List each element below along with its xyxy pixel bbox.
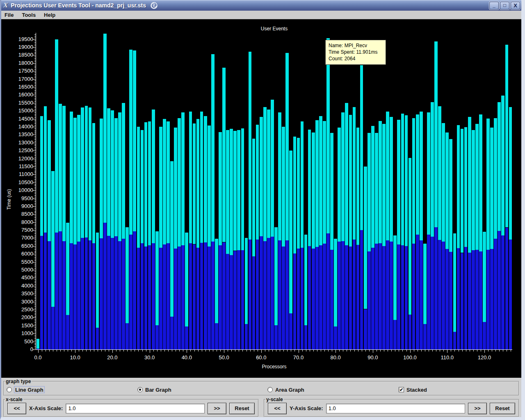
- plot-region[interactable]: [36, 33, 512, 349]
- bar-segment-blue[interactable]: [241, 250, 244, 349]
- bar-segment-blue[interactable]: [40, 236, 43, 349]
- bar-segment-cyan[interactable]: [371, 126, 374, 248]
- bar-segment-blue[interactable]: [356, 245, 360, 349]
- bar-segment-blue[interactable]: [445, 249, 449, 349]
- bar-segment-cyan[interactable]: [498, 102, 501, 231]
- bar-segment-cyan[interactable]: [345, 103, 348, 246]
- bar-segment-cyan[interactable]: [215, 239, 218, 323]
- bar-segment-blue[interactable]: [434, 227, 438, 349]
- bar-segment-cyan[interactable]: [453, 233, 457, 332]
- x-scale-increase-button[interactable]: >>: [208, 403, 226, 414]
- bar-segment-blue[interactable]: [196, 248, 200, 349]
- bar-segment-cyan[interactable]: [267, 110, 270, 238]
- bar-segment-cyan[interactable]: [137, 127, 140, 248]
- bar-segment-cyan[interactable]: [416, 114, 419, 235]
- bar-segment-blue[interactable]: [293, 253, 297, 349]
- bar-segment-blue[interactable]: [349, 247, 352, 349]
- bar-segment-blue[interactable]: [193, 244, 196, 349]
- bar-segment-blue[interactable]: [181, 245, 185, 349]
- bar-segment-cyan[interactable]: [386, 112, 389, 240]
- bar-segment-cyan[interactable]: [420, 112, 423, 240]
- bar-segment-cyan[interactable]: [341, 112, 345, 241]
- bar-segment-blue[interactable]: [204, 242, 207, 350]
- bar-segment-cyan[interactable]: [353, 107, 356, 240]
- bar-segment-cyan[interactable]: [148, 121, 151, 246]
- bar-segment-cyan[interactable]: [111, 110, 114, 238]
- bar-segment-blue[interactable]: [85, 237, 88, 349]
- bar-segment-blue[interactable]: [107, 236, 110, 349]
- bar-segment-blue[interactable]: [301, 248, 304, 349]
- bar-segment-blue[interactable]: [114, 236, 118, 349]
- bar-segment-blue[interactable]: [509, 240, 512, 349]
- bar-segment-blue[interactable]: [219, 245, 222, 349]
- bar-segment-cyan[interactable]: [483, 232, 486, 322]
- bar-segment-cyan[interactable]: [468, 117, 471, 253]
- bar-segment-blue[interactable]: [464, 247, 468, 349]
- bar-segment-cyan[interactable]: [397, 120, 400, 244]
- bar-segment-cyan[interactable]: [494, 118, 497, 239]
- bar-segment-cyan[interactable]: [174, 128, 177, 249]
- bar-segment-blue[interactable]: [92, 243, 96, 349]
- bar-segment-blue[interactable]: [312, 249, 315, 349]
- bar-segment-cyan[interactable]: [114, 118, 118, 236]
- bar-segment-cyan[interactable]: [103, 34, 107, 223]
- bar-segment-cyan[interactable]: [364, 167, 367, 309]
- bar-segment-cyan[interactable]: [129, 50, 132, 235]
- bar-segment-cyan[interactable]: [185, 233, 188, 326]
- x-scale-reset-button[interactable]: Reset: [229, 403, 255, 414]
- bar-segment-cyan[interactable]: [461, 129, 464, 253]
- bar-segment-cyan[interactable]: [434, 41, 438, 227]
- bar-segment-cyan[interactable]: [92, 123, 96, 243]
- bar-segment-blue[interactable]: [498, 231, 501, 349]
- bar-segment-blue[interactable]: [73, 244, 77, 349]
- bar-segment-cyan[interactable]: [274, 227, 278, 325]
- bar-segment-cyan[interactable]: [464, 127, 468, 247]
- bar-segment-cyan[interactable]: [59, 104, 62, 231]
- bar-segment-cyan[interactable]: [193, 123, 196, 244]
- bar-segment-blue[interactable]: [368, 251, 371, 349]
- bar-segment-blue[interactable]: [245, 324, 248, 349]
- y-scale-decrease-button[interactable]: <<: [268, 403, 287, 414]
- stacked-checkbox-icon[interactable]: ✔: [399, 387, 404, 393]
- bar-segment-cyan[interactable]: [382, 124, 386, 246]
- bar-segment-cyan[interactable]: [393, 235, 397, 320]
- bar-segment-blue[interactable]: [70, 243, 73, 349]
- bar-segment-cyan[interactable]: [356, 128, 360, 245]
- bar-segment-blue[interactable]: [62, 241, 66, 349]
- bar-segment-blue[interactable]: [338, 242, 341, 349]
- bar-segment-blue[interactable]: [77, 242, 80, 349]
- bar-segment-blue[interactable]: [126, 323, 129, 349]
- menu-help[interactable]: Help: [44, 12, 55, 18]
- bar-segment-blue[interactable]: [397, 244, 400, 349]
- bar-segment-cyan[interactable]: [163, 119, 166, 244]
- bar-segment-cyan[interactable]: [96, 233, 99, 328]
- bar-segment-blue[interactable]: [323, 244, 326, 349]
- bar-segment-blue[interactable]: [267, 238, 270, 349]
- bar-segment-cyan[interactable]: [55, 39, 58, 233]
- bar-segment-cyan[interactable]: [285, 53, 289, 240]
- bar-segment-blue[interactable]: [412, 244, 415, 349]
- bar-segment-cyan[interactable]: [490, 128, 493, 249]
- bar-segment-cyan[interactable]: [222, 68, 226, 242]
- bar-segment-blue[interactable]: [282, 247, 285, 349]
- bar-segment-cyan[interactable]: [509, 107, 512, 240]
- bar-segment-cyan[interactable]: [431, 102, 434, 237]
- bar-segment-cyan[interactable]: [271, 100, 274, 237]
- bar-segment-blue[interactable]: [44, 233, 47, 349]
- bar-segment-blue[interactable]: [345, 245, 348, 349]
- bar-segment-blue[interactable]: [442, 242, 445, 349]
- chart-canvas[interactable]: User Events Time (us) Processors Name: M…: [1, 19, 521, 378]
- bar-segment-cyan[interactable]: [181, 112, 185, 245]
- bar-segment-cyan[interactable]: [360, 65, 363, 231]
- bar-segment-cyan[interactable]: [122, 103, 125, 239]
- bar-segment-blue[interactable]: [260, 236, 263, 349]
- bar-segment-blue[interactable]: [233, 251, 237, 350]
- bar-segment-blue[interactable]: [341, 241, 345, 349]
- bar-segment-blue[interactable]: [401, 245, 404, 349]
- bar-segment-blue[interactable]: [211, 242, 215, 349]
- bar-segment-cyan[interactable]: [297, 138, 300, 249]
- bar-segment-cyan[interactable]: [189, 112, 192, 243]
- bar-segment-blue[interactable]: [274, 325, 278, 349]
- bar-segment-blue[interactable]: [334, 326, 337, 349]
- bar-segment-cyan[interactable]: [77, 115, 80, 242]
